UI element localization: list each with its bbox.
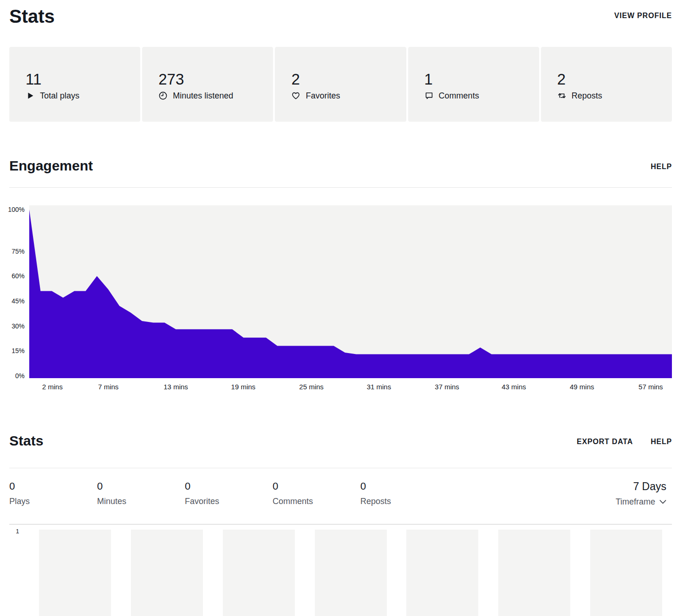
view-profile-link[interactable]: VIEW PROFILE bbox=[614, 12, 672, 20]
x-axis-label: 7 mins bbox=[98, 383, 118, 391]
card-total-plays: 11 Total plays bbox=[9, 47, 140, 122]
engagement-title: Engagement bbox=[9, 157, 93, 174]
play-icon bbox=[26, 91, 35, 100]
engagement-chart: 100%75%60%45%30%15%0% bbox=[9, 205, 672, 378]
y-axis-label: 0% bbox=[15, 372, 25, 380]
timeframe-dropdown[interactable]: 7 Days Timeframe bbox=[616, 480, 666, 507]
placeholder-bar bbox=[131, 530, 203, 616]
bar-slot bbox=[580, 530, 672, 616]
y-axis-label: 15% bbox=[12, 347, 25, 354]
x-axis-label: 13 mins bbox=[163, 383, 188, 391]
card-label: Reposts bbox=[572, 91, 602, 101]
metric-label: Favorites bbox=[185, 497, 273, 506]
card-minutes-listened: 273 Minutes listened bbox=[142, 47, 273, 122]
card-label: Comments bbox=[439, 91, 479, 101]
bar-slot bbox=[397, 530, 489, 616]
metric-favorites: 0 Favorites bbox=[185, 480, 273, 507]
bar-slot bbox=[213, 530, 305, 616]
engagement-area-shape bbox=[29, 210, 672, 378]
engagement-chart-svg bbox=[29, 205, 672, 378]
engagement-plot-area[interactable] bbox=[29, 205, 672, 378]
y-axis-label: 45% bbox=[12, 297, 25, 305]
metric-value: 0 bbox=[97, 480, 185, 492]
bar-slot bbox=[29, 530, 121, 616]
metric-value: 0 bbox=[360, 480, 448, 492]
card-label: Minutes listened bbox=[173, 91, 233, 101]
card-reposts: 2 Reposts bbox=[541, 47, 672, 122]
metric-label: Minutes bbox=[97, 497, 185, 506]
placeholder-bar bbox=[315, 530, 387, 616]
x-axis-label: 2 mins bbox=[42, 383, 63, 391]
engagement-y-axis: 100%75%60%45%30%15%0% bbox=[9, 205, 29, 378]
x-axis-label: 57 mins bbox=[638, 383, 663, 391]
metric-plays: 0 Plays bbox=[9, 480, 97, 507]
engagement-help-link[interactable]: HELP bbox=[651, 163, 672, 171]
repost-icon bbox=[557, 91, 567, 100]
bar-slot bbox=[305, 530, 397, 616]
timeframe-value: 7 Days bbox=[616, 480, 666, 493]
export-data-link[interactable]: EXPORT DATA bbox=[577, 438, 633, 446]
placeholder-bar bbox=[406, 530, 478, 616]
placeholder-bar bbox=[590, 530, 662, 616]
bar-chart-y-label: 1 bbox=[16, 528, 19, 535]
page-title: Stats bbox=[9, 6, 55, 27]
engagement-header: Engagement HELP bbox=[9, 157, 672, 188]
metric-value: 0 bbox=[9, 480, 97, 492]
placeholder-bar bbox=[498, 530, 570, 616]
summary-cards: 11 Total plays 273 Minutes listened 2 bbox=[9, 47, 672, 122]
metric-comments: 0 Comments bbox=[273, 480, 360, 507]
card-value: 11 bbox=[26, 71, 140, 88]
bar-slot bbox=[121, 530, 213, 616]
metric-label: Comments bbox=[273, 497, 360, 506]
metric-minutes: 0 Minutes bbox=[97, 480, 185, 507]
metric-value: 0 bbox=[185, 480, 273, 492]
y-axis-label: 30% bbox=[12, 322, 25, 330]
card-value: 2 bbox=[291, 71, 406, 88]
stats-bar-chart-bars bbox=[29, 524, 672, 616]
metric-label: Plays bbox=[9, 497, 97, 506]
card-comments: 1 Comments bbox=[408, 47, 539, 122]
bar-slot bbox=[489, 530, 580, 616]
comment-icon bbox=[424, 91, 434, 100]
stats-metrics-row: 0 Plays 0 Minutes 0 Favorites 0 Comments… bbox=[9, 480, 672, 507]
placeholder-bar bbox=[223, 530, 295, 616]
clock-icon bbox=[158, 91, 168, 100]
x-axis-label: 19 mins bbox=[231, 383, 256, 391]
timeframe-label: Timeframe bbox=[616, 497, 655, 507]
card-value: 273 bbox=[158, 71, 273, 88]
chevron-down-icon bbox=[659, 500, 666, 504]
metric-label: Reposts bbox=[360, 497, 448, 506]
stats-bar-chart: 1 bbox=[9, 524, 672, 616]
stats-section-title: Stats bbox=[9, 433, 43, 449]
card-label: Favorites bbox=[306, 91, 340, 101]
engagement-x-axis: 2 mins7 mins13 mins19 mins25 mins31 mins… bbox=[29, 383, 672, 392]
x-axis-label: 31 mins bbox=[367, 383, 391, 391]
card-label: Total plays bbox=[40, 91, 79, 101]
y-axis-label: 60% bbox=[12, 272, 25, 280]
card-favorites: 2 Favorites bbox=[275, 47, 406, 122]
x-axis-label: 43 mins bbox=[502, 383, 526, 391]
metric-value: 0 bbox=[273, 480, 360, 492]
stats-page: Stats VIEW PROFILE 11 Total plays 273 Mi… bbox=[0, 0, 684, 616]
y-axis-label: 100% bbox=[8, 206, 25, 213]
card-value: 1 bbox=[424, 71, 539, 88]
page-header: Stats VIEW PROFILE bbox=[9, 0, 672, 27]
heart-icon bbox=[291, 91, 300, 100]
placeholder-bar bbox=[39, 530, 111, 616]
x-axis-label: 25 mins bbox=[299, 383, 324, 391]
x-axis-label: 49 mins bbox=[570, 383, 594, 391]
y-axis-label: 75% bbox=[12, 248, 25, 255]
stats-help-link[interactable]: HELP bbox=[651, 438, 672, 446]
metric-reposts: 0 Reposts bbox=[360, 480, 448, 507]
stats-section-header: Stats EXPORT DATA HELP bbox=[9, 433, 672, 468]
x-axis-label: 37 mins bbox=[435, 383, 459, 391]
card-value: 2 bbox=[557, 71, 672, 88]
